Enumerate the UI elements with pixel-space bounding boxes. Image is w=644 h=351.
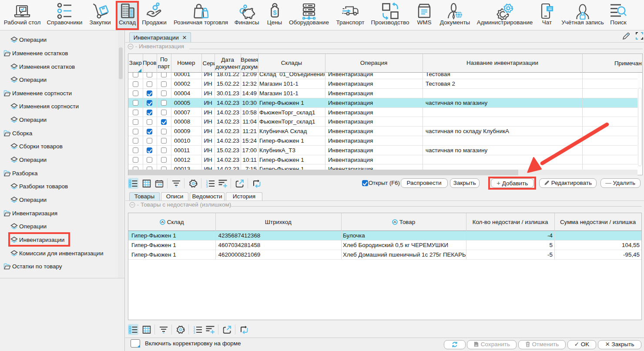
svg-text:3: 3 — [194, 331, 195, 334]
svg-text:3: 3 — [206, 184, 208, 187]
svg-text:$: $ — [273, 9, 276, 16]
